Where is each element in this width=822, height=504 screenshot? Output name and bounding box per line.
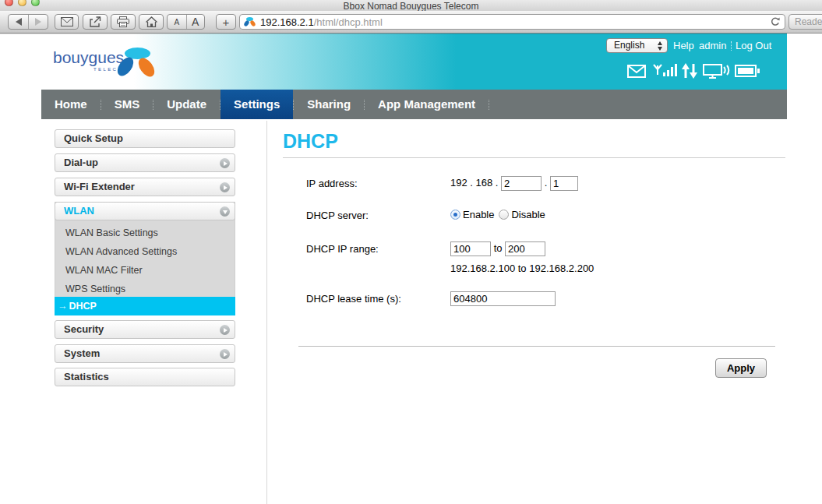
language-value: English — [614, 40, 644, 51]
sidebar-label: Wi-Fi Extender — [64, 181, 135, 192]
sidebar-item-statistics[interactable]: Statistics — [55, 368, 235, 386]
admin-user-link[interactable]: admin — [699, 40, 726, 51]
range-to-word: to — [494, 242, 503, 254]
url-host: 192.168.2.1 — [260, 16, 314, 28]
main-nav: Home SMS Update Settings Sharing App Man… — [41, 90, 787, 119]
back-button[interactable] — [9, 15, 28, 29]
nav-item-app-management[interactable]: App Management — [365, 90, 489, 119]
disable-radio[interactable] — [499, 210, 509, 220]
sms-mail-icon — [627, 65, 646, 78]
enable-radio[interactable] — [450, 210, 460, 220]
print-button[interactable] — [111, 14, 136, 30]
sidebar-item-wps-settings[interactable]: WPS Settings — [55, 280, 235, 298]
ip-address-label: IP address: — [306, 178, 358, 189]
enable-label: Enable — [463, 209, 494, 220]
sidebar-item-wlan-advanced-settings[interactable]: WLAN Advanced Settings — [55, 242, 235, 261]
forward-button[interactable] — [28, 15, 48, 29]
dhcp-range-note: 192.168.2.100 to 192.168.2.200 — [450, 263, 594, 274]
ip-octet3-input[interactable] — [501, 176, 542, 191]
select-stepper-icon — [656, 41, 664, 51]
site-header: bouygues TELECOM English Help admin Log … — [0, 33, 787, 90]
ip-octet4-input[interactable] — [550, 176, 578, 191]
dhcp-ip-range-controls: to — [450, 241, 545, 256]
nav-item-settings[interactable]: Settings — [220, 90, 293, 119]
forward-icon — [35, 18, 41, 26]
mail-button[interactable] — [55, 14, 79, 30]
ip-prefix: 192 . 168 . — [450, 177, 498, 189]
sidebar-item-security[interactable]: Security — [55, 320, 235, 339]
nav-item-sms[interactable]: SMS — [101, 90, 153, 119]
status-icon-row — [623, 63, 779, 80]
sidebar-item-dhcp[interactable]: →DHCP — [55, 297, 235, 315]
reader-label: Reader — [795, 16, 822, 27]
sidebar-label: Statistics — [64, 371, 109, 382]
increase-text-button[interactable]: A — [186, 15, 205, 29]
url-path: /html/dhcp.html — [314, 16, 383, 28]
history-nav-group — [8, 14, 48, 30]
share-icon — [90, 16, 101, 27]
mail-icon — [61, 17, 73, 26]
chevron-down-icon — [220, 206, 230, 217]
address-bar[interactable]: 192.168.2.1 /html/dhcp.html — [239, 14, 785, 30]
chevron-right-icon — [220, 325, 230, 335]
form-divider — [298, 346, 775, 347]
disable-label: Disable — [511, 209, 545, 220]
text-size-group: A A — [167, 14, 205, 30]
help-link[interactable]: Help — [673, 40, 694, 51]
nav-item-sharing[interactable]: Sharing — [294, 90, 364, 119]
range-end-input[interactable] — [505, 241, 545, 256]
dhcp-server-label: DHCP server: — [306, 210, 369, 221]
browser-window: Bbox Nomad Bouygues Telecom — [0, 0, 822, 504]
wifi-display-icon — [703, 64, 730, 79]
decrease-text-button[interactable]: A — [168, 15, 186, 29]
browser-toolbar: A A + 192.168.2.1 /html/dhcp.html Reader — [0, 11, 822, 33]
window-titlebar: Bbox Nomad Bouygues Telecom — [0, 0, 822, 11]
reload-button[interactable] — [771, 17, 780, 26]
ip-dot: . — [545, 177, 548, 189]
sidebar-item-dial-up[interactable]: Dial-up — [55, 153, 235, 172]
logo-ovals-icon — [117, 48, 158, 79]
chevron-right-icon — [220, 182, 230, 192]
range-start-input[interactable] — [450, 241, 491, 256]
sidebar-item-wlan[interactable]: WLAN — [55, 202, 235, 220]
bouygues-logo: bouygues TELECOM — [53, 39, 178, 87]
battery-icon — [735, 65, 760, 77]
home-button[interactable] — [139, 14, 164, 30]
sidebar-label: Dial-up — [64, 157, 98, 168]
apply-button[interactable]: Apply — [715, 358, 767, 378]
sidebar-label: Security — [64, 323, 104, 335]
dhcp-ip-range-label: DHCP IP range: — [306, 243, 379, 255]
share-button[interactable] — [83, 14, 108, 30]
ip-address-controls: 192 . 168 . . — [450, 176, 578, 191]
sidebar-item-wifi-extender[interactable]: Wi-Fi Extender — [55, 178, 235, 196]
signal-strength-icon — [652, 63, 678, 79]
nav-item-update[interactable]: Update — [153, 90, 220, 119]
nav-item-home[interactable]: Home — [41, 90, 101, 119]
back-icon — [16, 18, 22, 26]
sidebar-item-wlan-mac-filter[interactable]: WLAN MAC Filter — [55, 261, 235, 280]
logo-wordmark: bouygues — [53, 48, 124, 67]
dhcp-server-controls: EnableDisable — [450, 209, 545, 220]
new-tab-button[interactable]: + — [216, 14, 236, 30]
sidebar-item-wlan-basic-settings[interactable]: WLAN Basic Settings — [55, 224, 235, 242]
sidebar-label: Quick Setup — [64, 132, 123, 144]
dhcp-lease-label: DHCP lease time (s): — [306, 293, 401, 305]
window-title: Bbox Nomad Bouygues Telecom — [0, 0, 822, 11]
logout-link[interactable]: Log Out — [736, 40, 771, 51]
wlan-submenu-group: WLAN WLAN Basic Settings WLAN Advanced S… — [55, 202, 235, 315]
active-arrow-icon: → — [58, 301, 68, 312]
title-divider — [283, 157, 785, 158]
language-select[interactable]: English — [606, 38, 668, 53]
chevron-right-icon — [220, 158, 230, 168]
sidebar-label: System — [64, 347, 100, 359]
large-a-glyph: A — [192, 16, 199, 28]
lease-time-input[interactable] — [450, 291, 556, 306]
reader-button[interactable]: Reader — [788, 14, 822, 30]
print-icon — [117, 16, 129, 27]
sidebar-item-system[interactable]: System — [55, 344, 235, 363]
sidebar-item-quick-setup[interactable]: Quick Setup — [55, 129, 235, 148]
sidebar-label: WLAN — [64, 205, 94, 217]
header-separator — [731, 41, 732, 51]
sidebar-label: DHCP — [69, 301, 97, 312]
reload-icon — [771, 17, 780, 26]
